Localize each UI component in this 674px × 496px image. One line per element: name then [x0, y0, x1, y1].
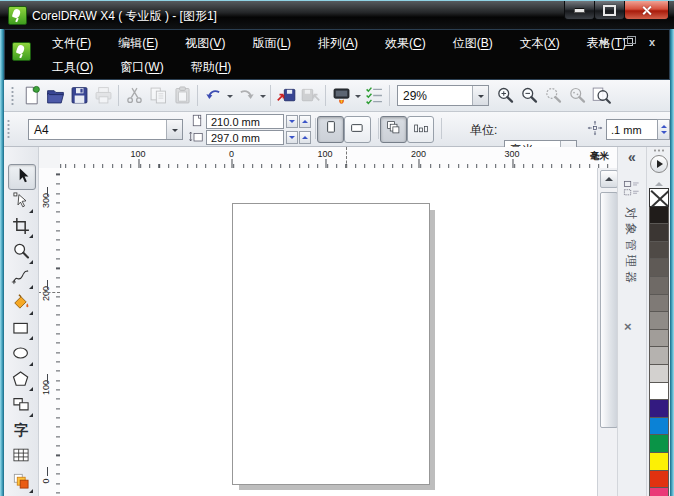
swatch-yellow[interactable] — [649, 452, 669, 471]
swatch-70-black[interactable] — [649, 258, 669, 277]
crop-tool[interactable] — [8, 215, 34, 239]
docker-close-button[interactable]: × — [624, 319, 632, 334]
portrait-button[interactable] — [317, 116, 344, 143]
swatch-black[interactable] — [649, 206, 669, 225]
spin-up-icon[interactable] — [658, 120, 669, 130]
menu-bitmaps[interactable]: 位图(B) — [444, 32, 502, 55]
chevron-down-icon[interactable] — [472, 86, 488, 105]
menu-view[interactable]: 视图(V) — [176, 32, 234, 55]
menu-file[interactable]: 文件(F) — [43, 32, 100, 55]
paper-width-field[interactable]: 210.0 mm — [206, 114, 284, 129]
table-tool[interactable] — [8, 445, 34, 469]
undo-button[interactable] — [201, 84, 225, 108]
swatch-magenta[interactable] — [649, 487, 669, 496]
text-tool[interactable]: 字 — [8, 419, 34, 443]
import-button[interactable] — [274, 84, 298, 108]
swatch-cyan[interactable] — [649, 417, 669, 436]
swatch-40-black[interactable] — [649, 311, 669, 330]
palette-scroll-up-button[interactable] — [652, 176, 665, 186]
polygon-tool[interactable] — [8, 368, 34, 392]
chevron-down-icon[interactable] — [258, 84, 267, 108]
landscape-button[interactable] — [344, 116, 371, 143]
zoom-page-button[interactable] — [589, 84, 613, 108]
menu-help[interactable]: 帮助(H) — [182, 56, 241, 79]
docker-collapse-button[interactable]: « — [622, 149, 642, 167]
menu-effects[interactable]: 效果(C) — [376, 32, 435, 55]
swatch-white[interactable] — [649, 382, 669, 401]
menu-layout[interactable]: 版面(L) — [243, 32, 300, 55]
copy-button[interactable] — [146, 84, 170, 108]
swatch-red[interactable] — [649, 470, 669, 489]
app-launcher-button[interactable] — [329, 84, 353, 108]
nudge-spinner[interactable] — [657, 119, 670, 140]
zoom-in-button[interactable] — [493, 84, 517, 108]
doc-close-button[interactable]: x — [645, 36, 659, 48]
palette-drag-dots[interactable] — [653, 149, 665, 152]
menu-arrange[interactable]: 排列(A) — [309, 32, 367, 55]
doc-restore-button[interactable] — [621, 36, 635, 48]
swatch-60-black[interactable] — [649, 276, 669, 295]
swatch-green[interactable] — [649, 434, 669, 453]
toolbar-drag-handle[interactable] — [11, 86, 14, 106]
zoom-tool-tool[interactable] — [8, 241, 34, 265]
save-button[interactable] — [67, 84, 91, 108]
shape-tool[interactable] — [8, 190, 34, 214]
swatch-90-black[interactable] — [649, 223, 669, 242]
paper-size-combo[interactable]: A4 — [28, 119, 183, 140]
paper-height-spin-up[interactable] — [299, 131, 311, 144]
chevron-down-icon[interactable] — [166, 120, 182, 139]
rectangle-tool[interactable] — [8, 317, 34, 341]
interactive-fill-tool[interactable] — [8, 470, 34, 494]
minimize-button[interactable] — [564, 1, 595, 20]
paper-height-spin-down[interactable] — [286, 131, 298, 144]
ellipse-tool[interactable] — [8, 343, 34, 367]
swatch-50-black[interactable] — [649, 294, 669, 313]
cut-button[interactable] — [122, 84, 146, 108]
vertical-scrollbar[interactable] — [597, 168, 617, 496]
nudge-field[interactable]: .1 mm — [606, 119, 658, 140]
scroll-up-button[interactable] — [600, 170, 618, 188]
pick-tool[interactable] — [8, 164, 36, 190]
paper-width-spin-up[interactable] — [299, 115, 311, 128]
paper-width-spin-down[interactable] — [286, 115, 298, 128]
page-layout-button[interactable] — [407, 116, 434, 143]
menu-text[interactable]: 文本(X) — [511, 32, 569, 55]
docker-tab-object-manager[interactable]: 对象管理器 — [622, 207, 639, 287]
paste-button[interactable] — [170, 84, 194, 108]
redo-button[interactable] — [234, 84, 258, 108]
swatch-10-black[interactable] — [649, 364, 669, 383]
zoom-all-button[interactable] — [565, 84, 589, 108]
swatch-80-black[interactable] — [649, 241, 669, 260]
chevron-down-icon[interactable] — [353, 84, 362, 108]
open-button[interactable] — [43, 84, 67, 108]
drawing-canvas[interactable] — [60, 168, 597, 496]
smart-fill-tool[interactable] — [8, 292, 34, 316]
basic-shapes-tool[interactable] — [8, 394, 34, 418]
property-bar-drag-handle[interactable] — [7, 119, 10, 139]
all-pages-button[interactable] — [380, 116, 407, 143]
scrollbar-thumb[interactable] — [600, 192, 618, 428]
paper-height-field[interactable]: 297.0 mm — [206, 130, 284, 145]
doc-minimize-button[interactable] — [597, 36, 611, 48]
horizontal-ruler[interactable]: 1000100200300 毫米 — [60, 147, 617, 169]
maximize-button[interactable] — [594, 1, 625, 20]
palette-flyout-button[interactable] — [650, 155, 668, 173]
swatch-20-black[interactable] — [649, 346, 669, 365]
zoom-out-button[interactable] — [517, 84, 541, 108]
swatch-30-black[interactable] — [649, 329, 669, 348]
chevron-down-icon[interactable] — [225, 84, 234, 108]
new-document-button[interactable] — [19, 84, 43, 108]
zoom-level-combo[interactable]: 29% — [397, 85, 489, 106]
menu-tools[interactable]: 工具(O) — [43, 56, 102, 79]
freehand-tool[interactable] — [8, 266, 34, 290]
swatch-blue[interactable] — [649, 399, 669, 418]
export-button[interactable] — [298, 84, 322, 108]
zoom-selected-button[interactable] — [541, 84, 565, 108]
close-button[interactable] — [624, 1, 669, 20]
print-button[interactable] — [91, 84, 115, 108]
spin-down-icon[interactable] — [658, 130, 669, 140]
menu-window[interactable]: 窗口(W) — [111, 56, 172, 79]
vertical-ruler[interactable]: 3002001000 — [38, 168, 61, 496]
swatch-no-fill[interactable] — [649, 188, 669, 207]
menu-edit[interactable]: 编辑(E) — [109, 32, 167, 55]
